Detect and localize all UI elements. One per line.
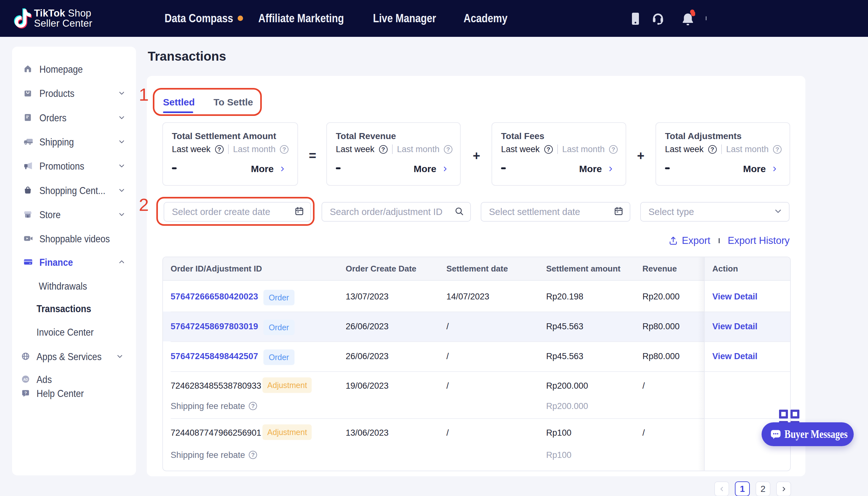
svg-text:?: ?: [24, 391, 27, 396]
svg-text:AD: AD: [23, 378, 28, 381]
